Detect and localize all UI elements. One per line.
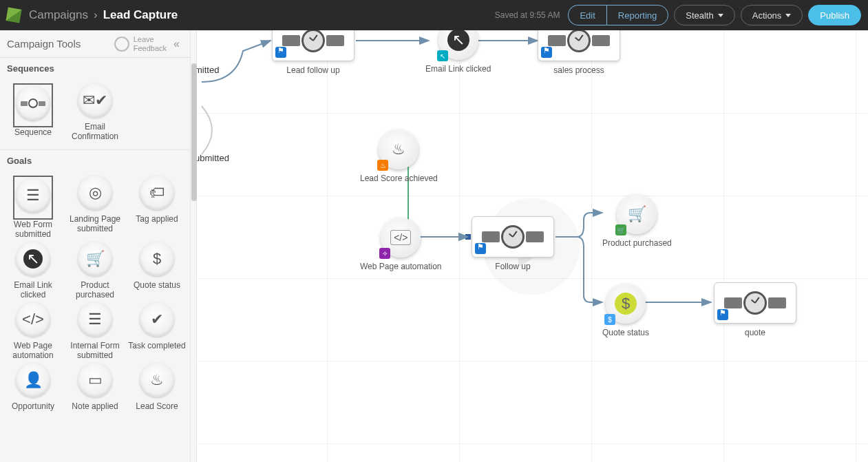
goal-circle[interactable]: </> ⟡ — [381, 218, 421, 258]
flag-icon — [275, 47, 286, 58]
smiley-icon — [114, 36, 129, 52]
tool-internal-form-submitted[interactable]: ☰ Internal Form submitted — [65, 302, 125, 360]
canvas[interactable]: mitted ubmitted Lead follow up ↖ ↖ Email… — [195, 30, 868, 462]
tool-label: Email Link clicked — [3, 280, 63, 300]
tool-label: Web Form submitted — [3, 220, 63, 239]
tool-quote-status[interactable]: $ Quote status — [127, 242, 187, 300]
form-icon: ☰ — [16, 178, 50, 213]
edit-button[interactable]: Edit — [568, 5, 606, 25]
node-label: Lead follow up — [286, 65, 339, 75]
flame-icon: ♨ — [392, 140, 405, 158]
feedback-line1: Leave — [134, 35, 167, 43]
tool-note-applied[interactable]: ▭ Note applied — [65, 363, 125, 411]
actions-dropdown[interactable]: Actions — [741, 5, 803, 25]
dollar-badge-icon: $ — [604, 314, 615, 325]
checkmark-icon: ✔ — [140, 302, 174, 337]
breadcrumb-separator: › — [94, 8, 98, 22]
tool-tag-applied[interactable]: 🏷 Tag applied — [127, 176, 187, 239]
partial-node-submitted[interactable]: mitted — [195, 65, 219, 75]
feedback-line2: Feedback — [134, 44, 167, 52]
code-icon: </> — [16, 302, 50, 337]
sequence-card[interactable] — [714, 282, 796, 324]
tool-email-confirmation[interactable]: ✉✔ Email Confirmation — [65, 83, 125, 141]
sequence-card[interactable] — [538, 30, 620, 61]
page-title: Lead Capture — [103, 8, 178, 22]
tool-task-completed[interactable]: ✔ Task completed — [127, 302, 187, 360]
flag-icon — [717, 309, 728, 320]
node-label: sales process — [553, 65, 604, 75]
sequence-card[interactable] — [472, 216, 554, 258]
app-logo-icon — [6, 7, 21, 23]
document-icon: ☰ — [78, 302, 112, 337]
node-sales-process[interactable]: sales process — [538, 30, 620, 75]
tool-landing-page-submitted[interactable]: ◎ Landing Page submitted — [65, 176, 125, 239]
tool-web-page-automation[interactable]: </> Web Page automation — [3, 302, 63, 360]
tool-label: Web Page automation — [3, 341, 63, 360]
tool-opportunity[interactable]: 👤 Opportunity — [3, 363, 63, 411]
partial-node-submitted2[interactable]: ubmitted — [195, 153, 229, 163]
tool-label: Task completed — [128, 341, 185, 350]
publish-button[interactable]: Publish — [808, 5, 861, 25]
tool-sequence[interactable]: Sequence — [3, 83, 63, 141]
person-icon: 👤 — [16, 363, 50, 397]
dollar-icon: $ — [140, 242, 174, 276]
tool-web-form-submitted[interactable]: ☰ Web Form submitted — [3, 176, 63, 239]
id-card-icon: ▭ — [78, 363, 112, 397]
goal-circle[interactable]: ↖ ↖ — [438, 30, 478, 60]
tool-label: Opportunity — [12, 401, 54, 411]
sequences-grid: Sequence ✉✔ Email Confirmation — [0, 79, 194, 150]
dollar-icon: $ — [615, 293, 637, 315]
breadcrumb: Campaigns › Lead Capture — [29, 8, 178, 22]
sidebar: Campaign Tools Leave Feedback « Sequence… — [0, 30, 195, 462]
stealth-dropdown[interactable]: Stealth — [674, 5, 734, 25]
node-label: Quote status — [602, 328, 649, 337]
tool-label: Note applied — [72, 401, 118, 411]
node-lead-follow-up[interactable]: Lead follow up — [272, 30, 354, 75]
goal-circle[interactable]: ♨ ♨ — [379, 129, 419, 169]
goals-grid: ☰ Web Form submitted ◎ Landing Page subm… — [0, 171, 194, 419]
tool-product-purchased[interactable]: 🛒 Product purchased — [65, 242, 125, 300]
stealth-label: Stealth — [686, 10, 713, 21]
breadcrumb-root[interactable]: Campaigns — [29, 8, 88, 22]
flame-badge-icon: ♨ — [377, 160, 388, 171]
node-quote-status[interactable]: $ $ Quote status — [602, 284, 649, 337]
tool-email-link-clicked[interactable]: ↖ Email Link clicked — [3, 242, 63, 300]
collapse-sidebar-icon[interactable]: « — [173, 38, 187, 50]
node-web-page-automation[interactable]: </> ⟡ Web Page automation — [360, 218, 442, 271]
node-product-purchased[interactable]: 🛒 🛒 Product purchased — [602, 194, 672, 248]
edit-reporting-toggle: Edit Reporting — [568, 5, 668, 25]
leave-feedback-button[interactable]: Leave Feedback — [114, 35, 167, 52]
tool-label: Tag applied — [136, 214, 178, 224]
chevron-down-icon — [718, 14, 723, 17]
node-label: ubmitted — [195, 153, 229, 163]
sequence-card[interactable] — [272, 30, 354, 61]
node-label: quote — [745, 328, 765, 337]
cursor-icon: ↖ — [447, 30, 469, 51]
tool-label: Internal Form submitted — [65, 341, 125, 360]
flag-icon — [475, 243, 486, 254]
node-label: Product purchased — [602, 238, 672, 248]
node-follow-up[interactable]: Follow up — [472, 216, 554, 271]
tool-label: Lead Score — [136, 401, 178, 411]
goal-circle[interactable]: 🛒 🛒 — [617, 194, 657, 234]
cart-badge-icon: 🛒 — [615, 224, 626, 235]
node-quote[interactable]: quote — [714, 282, 796, 337]
tool-label: Landing Page submitted — [65, 214, 125, 233]
node-email-link-clicked[interactable]: ↖ ↖ Email Link clicked — [425, 30, 491, 74]
goal-circle[interactable]: $ $ — [606, 284, 646, 324]
target-icon: ◎ — [78, 176, 112, 210]
reporting-button[interactable]: Reporting — [606, 5, 668, 25]
cart-icon: 🛒 — [78, 242, 112, 276]
tag-icon: 🏷 — [140, 176, 174, 210]
tool-label: Quote status — [134, 280, 180, 290]
tool-lead-score[interactable]: ♨ Lead Score — [127, 363, 187, 411]
sequence-icon — [16, 86, 50, 120]
tool-label: Email Confirmation — [65, 122, 125, 141]
node-lead-score-achieved[interactable]: ♨ ♨ Lead Score achieved — [360, 129, 438, 183]
tool-label: Sequence — [14, 127, 52, 137]
sidebar-scrollbar[interactable] — [190, 30, 197, 462]
saved-timestamp: Saved at 9:55 AM — [495, 10, 560, 20]
scrollbar-thumb[interactable] — [191, 63, 197, 201]
node-label: mitted — [195, 65, 219, 75]
node-label: Email Link clicked — [425, 64, 491, 74]
